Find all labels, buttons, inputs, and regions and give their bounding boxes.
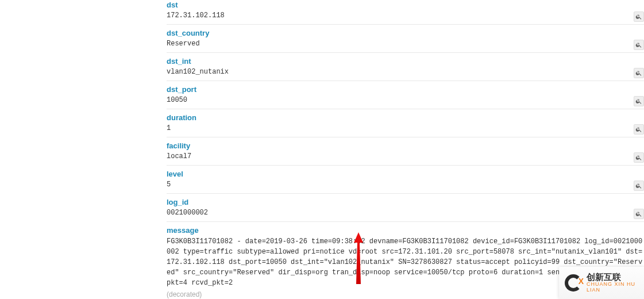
watermark-text: 创新互联 CHUANG XIN HU LIAN xyxy=(587,273,638,293)
field-label-dst-int: dst_int xyxy=(167,56,644,67)
field-row: facility local7 xyxy=(167,137,644,166)
zoom-out-icon[interactable] xyxy=(634,40,644,50)
field-value-dst-port: 10050 xyxy=(167,95,644,105)
watermark-sub: CHUANG XIN HU LIAN xyxy=(587,282,638,293)
field-value-dst: 172.31.102.118 xyxy=(167,11,644,20)
zoom-out-icon[interactable] xyxy=(634,181,644,191)
field-label-level: level xyxy=(167,169,644,179)
log-fields-list: dst 172.31.102.118 dst_country Reserved … xyxy=(167,0,644,299)
field-row: dst_int vlan102_nutanix xyxy=(167,53,644,81)
watermark-brand: 创新互联 xyxy=(587,273,638,282)
zoom-out-icon[interactable] xyxy=(634,152,644,163)
field-label-dst-country: dst_country xyxy=(167,28,644,39)
watermark-logo-icon: X xyxy=(565,274,582,292)
left-empty-pane xyxy=(0,0,167,299)
field-row: log_id 0021000002 xyxy=(167,194,644,222)
field-value-duration: 1 xyxy=(167,124,644,133)
field-label-dst: dst xyxy=(167,0,644,10)
field-row: dst_port 10050 xyxy=(167,81,644,109)
field-value-dst-country: Reserved xyxy=(167,39,644,48)
field-label-facility: facility xyxy=(167,141,644,151)
field-label-dst-port: dst_port xyxy=(167,85,644,95)
field-value-log-id: 0021000002 xyxy=(167,208,644,217)
field-value-dst-int: vlan102_nutanix xyxy=(167,67,644,76)
watermark-badge: X 创新互联 CHUANG XIN HU LIAN xyxy=(559,267,644,299)
field-row: level 5 xyxy=(167,166,644,194)
field-value-level: 5 xyxy=(167,180,644,189)
field-label-message: message xyxy=(167,225,644,236)
zoom-out-icon[interactable] xyxy=(634,209,644,219)
zoom-out-icon[interactable] xyxy=(634,12,644,22)
zoom-out-icon[interactable] xyxy=(634,124,644,135)
field-value-facility: local7 xyxy=(167,152,644,161)
zoom-out-icon[interactable] xyxy=(634,96,644,106)
field-label-log-id: log_id xyxy=(167,197,644,208)
zoom-out-icon[interactable] xyxy=(634,68,644,78)
field-label-duration: duration xyxy=(167,113,644,123)
field-row: dst_country Reserved xyxy=(167,25,644,53)
field-row: duration 1 xyxy=(167,109,644,137)
field-row: dst 172.31.102.118 xyxy=(167,0,644,25)
